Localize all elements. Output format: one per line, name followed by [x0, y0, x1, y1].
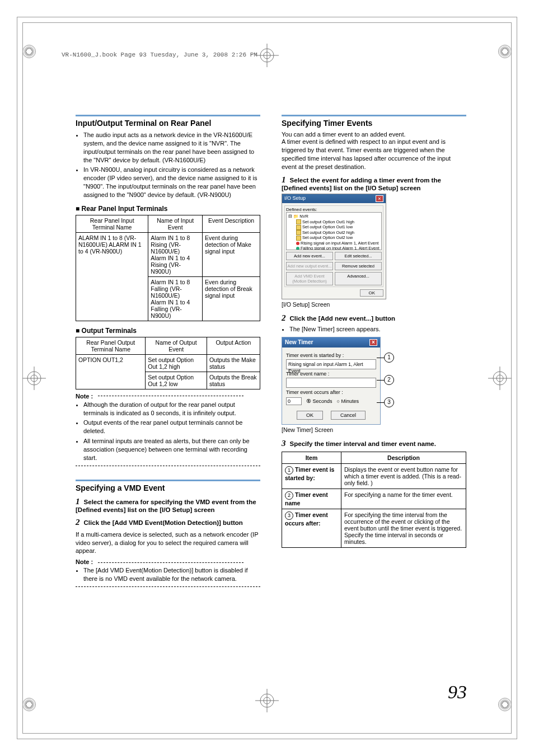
ok-button[interactable]: OK [360, 289, 383, 297]
defined-events-list[interactable]: ⊟ 📁 NVR Set output Option Out1 high Set … [286, 212, 382, 250]
radio-seconds[interactable]: ⦿ Seconds [306, 398, 332, 404]
th-description: Description [341, 452, 466, 464]
group-label: Defined events: [286, 207, 382, 212]
reg-corner-tr [498, 45, 512, 58]
field-label-occurs-after: Timer event occurs after : [286, 389, 376, 395]
reg-target-left [22, 367, 46, 390]
reg-corner-bl [22, 698, 36, 711]
header-meta: VR-N1600_J.book Page 93 Tuesday, June 3,… [62, 51, 257, 58]
add-new-event-button[interactable]: Add new event... [286, 252, 333, 260]
timer-description-table: Item Description 1Timer event is started… [282, 452, 466, 548]
reg-target-top [255, 44, 279, 67]
note-bullet: The [Add VMD Event(Motion Detection)] bu… [83, 566, 260, 583]
td: Alarm IN 1 to 8 Rising (VR-N1600U/E) Ala… [148, 232, 203, 276]
section-rule [76, 480, 260, 481]
td-desc: Displays the event or event button name … [341, 464, 466, 489]
close-icon[interactable]: × [376, 195, 383, 202]
td-item: 1Timer event is started by: [282, 464, 341, 489]
edit-selected-button[interactable]: Edit selected... [335, 252, 382, 260]
dialog-title: I/O Setup [284, 195, 306, 202]
close-icon[interactable]: × [369, 339, 377, 346]
th-item: Item [282, 452, 341, 464]
io-setup-caption: [I/O Setup] Screen [282, 301, 466, 308]
event-name-input[interactable] [286, 378, 376, 388]
step-number: 2 [76, 518, 80, 527]
reg-target-right [488, 367, 512, 390]
timer-paragraph: A timer event is defined with respect to… [282, 138, 466, 171]
step-text: Specify the timer interval and timer eve… [290, 440, 436, 447]
th: Rear Panel Output Terminal Name [76, 337, 146, 354]
step-text: Select the camera for specifying the VMD… [76, 499, 256, 513]
left-column: Input/Output Terminal on Rear Panel The … [76, 115, 260, 593]
interval-input[interactable]: 0 [286, 397, 302, 405]
step-number: 1 [282, 175, 286, 184]
section-rule [282, 115, 466, 116]
reg-corner-tl [22, 45, 36, 58]
remove-selected-button[interactable]: Remove selected [335, 262, 382, 270]
step-number: 2 [282, 313, 286, 322]
cancel-button[interactable]: Cancel [331, 411, 366, 420]
section-rule [76, 115, 260, 116]
step-bullet: The [New Timer] screen appears. [289, 325, 466, 334]
reg-corner-br [498, 698, 512, 711]
add-output-event-button[interactable]: Add new output event... [286, 262, 333, 270]
started-by-field: Rising signal on input Alarm 1, Alert Ev… [286, 359, 376, 369]
note-bullet: Output events of the rear panel output t… [83, 419, 260, 435]
heading-timer: Specifying Timer Events [282, 119, 466, 128]
heading-io-terminal: Input/Output Terminal on Rear Panel [76, 119, 260, 128]
step-text: Select the event for adding a timer even… [282, 177, 441, 191]
field-label-started-by: Timer event is started by : [286, 353, 376, 358]
step-number: 1 [76, 497, 80, 506]
td: ALARM IN 1 to 8 (VR-N1600U/E) ALARM IN 1… [76, 232, 148, 321]
advanced-button[interactable]: Advanced... [335, 272, 382, 285]
add-vmd-event-button[interactable]: Add VMD Event (Motion Detection) [286, 272, 333, 285]
right-column: Specifying Timer Events You can add a ti… [282, 115, 466, 593]
td: Event during detection of Make signal in… [203, 232, 260, 276]
td: Set output Option Out 1,2 low [146, 372, 207, 389]
radio-minutes[interactable]: ○ Minutes [337, 398, 359, 404]
td: Alarm IN 1 to 8 Falling (VR-N1600U/E) Al… [148, 276, 203, 321]
field-label-event-name: Timer event name : [286, 371, 376, 377]
page-number: 93 [448, 682, 467, 703]
td: Outputs the Make status [207, 354, 260, 372]
callout-3: 3 [384, 397, 394, 407]
io-bullet: In VR-N900U, analog input circuitry is c… [83, 166, 260, 199]
note-label: Note : [76, 393, 93, 400]
td: Even during detection of Break signal in… [203, 276, 260, 321]
subheading-output: Output Terminals [76, 327, 260, 335]
td-desc: For specifying a name for the timer even… [341, 489, 466, 509]
th: Name of Output Event [146, 337, 207, 354]
th: Event Description [203, 215, 260, 232]
step-text: Click the [Add VMD Event(Motion Detectio… [84, 519, 243, 526]
io-setup-screenshot: I/O Setup × Defined events: ⊟ 📁 NVR Set … [282, 194, 386, 299]
new-timer-caption: [New Timer] Screen [282, 426, 466, 433]
reg-target-bottom [255, 689, 279, 712]
td-desc: For specifying the time interval from th… [341, 509, 466, 548]
td: Set output Option Out 1,2 high [146, 354, 207, 372]
step-text: Click the [Add new event...] button [290, 315, 395, 322]
vmd-paragraph: If a multi-camera device is selected, su… [76, 530, 260, 556]
th: Rear Panel Input Terminal Name [76, 215, 148, 232]
timer-paragraph: You can add a timer event to an added ev… [282, 131, 466, 138]
rear-input-table: Rear Panel Input Terminal Name Name of I… [76, 215, 260, 321]
subheading-rear-input: Rear Panel Input Terminals [76, 205, 260, 213]
note-bullet: All terminal inputs are treated as alert… [83, 437, 260, 462]
th: Name of Input Event [148, 215, 203, 232]
heading-vmd: Specifying a VMD Event [76, 483, 260, 492]
callout-1: 1 [384, 353, 394, 363]
step-number: 3 [282, 439, 286, 448]
th: Output Action [207, 337, 260, 354]
output-table: Rear Panel Output Terminal Name Name of … [76, 337, 260, 389]
dialog-title: New Timer [285, 339, 313, 346]
ok-button[interactable]: OK [297, 411, 323, 420]
callout-2: 2 [384, 375, 394, 385]
note-bullet: Although the duration of output for the … [83, 401, 260, 417]
td: Outputs the Break status [207, 372, 260, 389]
td-item: 2Timer event name [282, 489, 341, 509]
io-bullet: The audio input acts as a network device… [83, 131, 260, 164]
new-timer-screenshot: New Timer × Timer event is started by : … [282, 337, 381, 425]
td-item: 3Timer event occurs after: [282, 509, 341, 548]
td: OPTION OUT1,2 [76, 354, 146, 389]
note-label: Note : [76, 558, 93, 565]
